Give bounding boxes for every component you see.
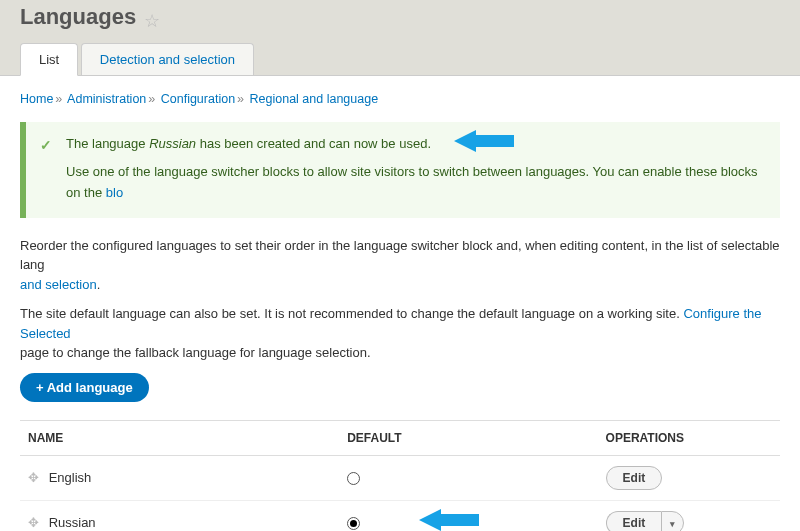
favorite-star-icon[interactable]: ☆ — [144, 10, 160, 32]
language-name: Russian — [49, 515, 96, 530]
edit-dropdown-toggle[interactable] — [661, 511, 684, 531]
intro-paragraph-2: The site default language can also be se… — [20, 304, 780, 363]
edit-button[interactable]: Edit — [606, 466, 663, 490]
drag-handle-icon[interactable]: ✥ — [28, 470, 39, 485]
status-text-pre: The language — [66, 136, 149, 151]
add-language-button[interactable]: + Add language — [20, 373, 149, 402]
status-language-name: Russian — [149, 136, 196, 151]
detection-selection-link[interactable]: and selection — [20, 277, 97, 292]
column-header-operations: OPERATIONS — [598, 420, 780, 455]
table-row: ✥ English Edit — [20, 455, 780, 500]
default-radio[interactable] — [347, 472, 360, 485]
status-text-post: has been created and can now be used. — [196, 136, 431, 151]
breadcrumb-regional-language[interactable]: Regional and language — [250, 92, 379, 106]
intro-paragraph-1: Reorder the configured languages to set … — [20, 236, 780, 295]
primary-tabs: List Detection and selection — [20, 43, 800, 76]
edit-button[interactable]: Edit — [606, 511, 662, 531]
tab-detection-selection[interactable]: Detection and selection — [81, 43, 254, 75]
checkmark-icon: ✓ — [40, 134, 52, 156]
breadcrumb-home[interactable]: Home — [20, 92, 53, 106]
language-name: English — [49, 470, 92, 485]
status-hint-link[interactable]: blo — [106, 185, 123, 200]
breadcrumb-configuration[interactable]: Configuration — [161, 92, 235, 106]
tab-list[interactable]: List — [20, 43, 78, 76]
status-hint: Use one of the language switcher blocks … — [66, 164, 758, 200]
drag-handle-icon[interactable]: ✥ — [28, 515, 39, 530]
table-row: ✥ Russian Edit — [20, 500, 780, 531]
status-message: ✓ The language Russian has been created … — [20, 122, 780, 218]
svg-marker-1 — [419, 509, 479, 531]
breadcrumb: Home» Administration» Configuration» Reg… — [20, 92, 780, 106]
breadcrumb-administration[interactable]: Administration — [67, 92, 146, 106]
column-header-default: DEFAULT — [339, 420, 597, 455]
page-title: Languages — [20, 4, 136, 30]
annotation-arrow-icon — [419, 507, 479, 531]
languages-table: NAME DEFAULT OPERATIONS ✥ English Edit — [20, 420, 780, 531]
default-radio[interactable] — [347, 517, 360, 530]
column-header-name: NAME — [20, 420, 339, 455]
